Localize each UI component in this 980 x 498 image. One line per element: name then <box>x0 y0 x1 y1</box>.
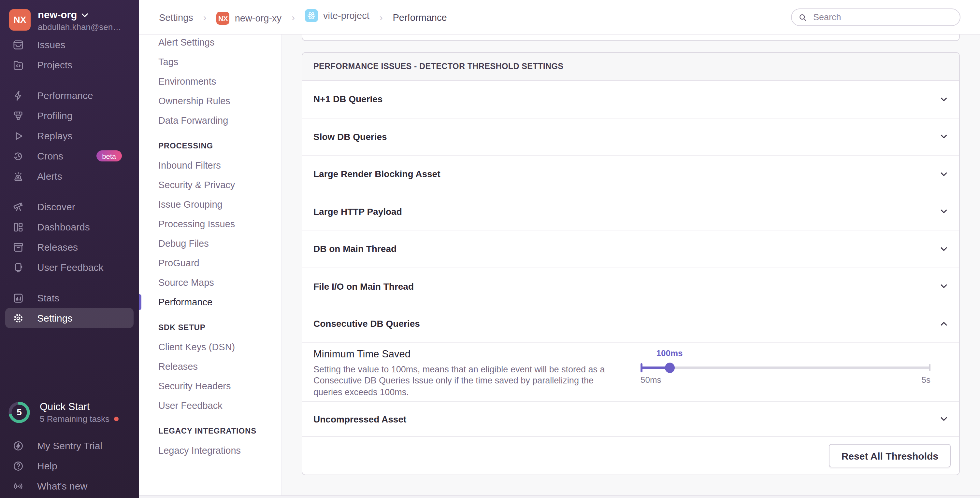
sidebar-footer-nav: My Sentry Trial Help What's new <box>0 436 139 496</box>
threshold-slider: 100ms 50ms 5s <box>641 343 931 401</box>
chevron-down-icon <box>938 206 950 217</box>
accordion-row-consecutive-db-queries[interactable]: Consecutive DB Queries <box>302 305 959 343</box>
sidebar-item-dashboards[interactable]: Dashboards <box>0 217 139 237</box>
accordion-row-large-render-blocking-asset[interactable]: Large Render Blocking Asset <box>302 155 959 193</box>
settings-nav-header-sdk-setup: SDK SETUP <box>139 320 282 335</box>
user-feedback-icon <box>13 262 24 273</box>
org-badge: NX <box>216 12 230 25</box>
settings-nav-security-headers[interactable]: Security Headers <box>139 376 282 396</box>
chevron-down-icon <box>938 131 950 142</box>
settings-nav-environments[interactable]: Environments <box>139 71 282 91</box>
settings-nav-source-maps[interactable]: Source Maps <box>139 273 282 292</box>
search-bar[interactable] <box>791 8 961 26</box>
settings-nav-data-forwarding[interactable]: Data Forwarding <box>139 111 282 130</box>
settings-nav-debug-files[interactable]: Debug Files <box>139 234 282 253</box>
sidebar-item-label: Help <box>37 460 57 471</box>
stats-icon <box>13 292 24 304</box>
sidebar-item-crons[interactable]: Cronsbeta <box>0 146 139 166</box>
chevron-down-icon <box>938 169 950 180</box>
settings-nav-performance[interactable]: Performance <box>139 292 282 312</box>
chevron-down-icon <box>938 413 950 424</box>
slider-track[interactable] <box>641 362 931 373</box>
projects-icon <box>13 59 24 71</box>
sidebar-item-my-sentry-trial[interactable]: My Sentry Trial <box>0 436 139 456</box>
reset-all-thresholds-button[interactable]: Reset All Thresholds <box>829 444 951 468</box>
chevron-up-icon <box>938 318 950 329</box>
settings-nav-user-feedback[interactable]: User Feedback <box>139 396 282 416</box>
sidebar-item-user-feedback[interactable]: User Feedback <box>0 257 139 277</box>
broadcast-icon <box>13 480 24 492</box>
sidebar-item-label: Alerts <box>37 171 62 182</box>
sidebar-footer: 5 Quick Start 5 Remaining tasks My Sentr… <box>0 397 139 496</box>
settings-nav-header-processing: PROCESSING <box>139 139 282 153</box>
settings-nav-legacy-integrations[interactable]: Legacy Integrations <box>139 441 282 460</box>
threshold-setting-section: Minimum Time Saved Setting the value to … <box>302 343 959 402</box>
settings-nav-issue-grouping[interactable]: Issue Grouping <box>139 195 282 214</box>
slider-min-label: 50ms <box>641 374 661 384</box>
settings-nav-inbound-filters[interactable]: Inbound Filters <box>139 155 282 175</box>
settings-nav-releases[interactable]: Releases <box>139 357 282 376</box>
content-area: Alert Settings Tags Environments Ownersh… <box>139 35 980 498</box>
accordion-row-label: Slow DB Queries <box>313 132 387 142</box>
org-email: abdullah.khan@sen… <box>38 22 121 32</box>
gear-icon <box>13 312 24 324</box>
panel-header: PERFORMANCE ISSUES - DETECTOR THRESHOLD … <box>302 53 959 81</box>
slider-thumb[interactable] <box>665 362 675 373</box>
sidebar-item-label: My Sentry Trial <box>37 440 102 451</box>
chevron-down-icon <box>938 243 950 255</box>
org-avatar: NX <box>9 9 30 30</box>
primary-nav: Issues Projects Performance Profiling Re… <box>0 35 139 328</box>
slider-min-cap <box>641 363 643 372</box>
sidebar-item-releases[interactable]: Releases <box>0 237 139 257</box>
sidebar-item-label: Stats <box>37 292 59 303</box>
chevron-down-icon <box>938 94 950 105</box>
quick-start-panel[interactable]: 5 Quick Start 5 Remaining tasks <box>0 397 139 427</box>
sidebar-item-help[interactable]: Help <box>0 456 139 476</box>
breadcrumb-org[interactable]: new-org-xy <box>235 13 282 24</box>
sidebar-item-stats[interactable]: Stats <box>0 288 139 308</box>
accordion-row-slow-db-queries[interactable]: Slow DB Queries <box>302 118 959 155</box>
sidebar-item-label: Profiling <box>37 110 72 121</box>
accordion-row-label: File I/O on Main Thread <box>313 281 414 292</box>
settings-nav-processing-issues[interactable]: Processing Issues <box>139 214 282 234</box>
settings-nav-proguard[interactable]: ProGuard <box>139 253 282 273</box>
sidebar-item-label: Dashboards <box>37 221 90 232</box>
detector-threshold-panel: PERFORMANCE ISSUES - DETECTOR THRESHOLD … <box>302 52 960 475</box>
settings-nav: Alert Settings Tags Environments Ownersh… <box>139 35 282 498</box>
slider-max-cap <box>929 364 931 371</box>
settings-nav-header-legacy-integrations: LEGACY INTEGRATIONS <box>139 424 282 438</box>
sidebar-item-alerts[interactable]: Alerts <box>0 166 139 186</box>
sidebar-item-label: Performance <box>37 90 93 101</box>
slider-current-value: 100ms <box>657 348 683 358</box>
breadcrumb-settings[interactable]: Settings <box>159 13 193 23</box>
accordion-row-label: Large Render Blocking Asset <box>313 169 441 179</box>
sidebar-item-issues[interactable]: Issues <box>0 35 139 55</box>
settings-nav-security-privacy[interactable]: Security & Privacy <box>139 175 282 195</box>
sidebar-item-performance[interactable]: Performance <box>0 85 139 105</box>
accordion-row-large-http-payload[interactable]: Large HTTP Payload <box>302 193 959 230</box>
accordion-row-file-io-on-main-thread[interactable]: File I/O on Main Thread <box>302 268 959 305</box>
accordion-row-uncompressed-asset[interactable]: Uncompressed Asset <box>302 402 959 437</box>
sidebar-item-profiling[interactable]: Profiling <box>0 105 139 125</box>
breadcrumb-separator-icon: › <box>203 12 207 23</box>
sidebar-item-settings[interactable]: Settings <box>5 308 134 328</box>
sidebar-item-whats-new[interactable]: What's new <box>0 476 139 496</box>
settings-nav-client-keys[interactable]: Client Keys (DSN) <box>139 337 282 357</box>
sidebar-item-label: Projects <box>37 59 72 70</box>
settings-nav-alert-settings[interactable]: Alert Settings <box>139 33 282 52</box>
accordion-row-n-plus-one-db-queries[interactable]: N+1 DB Queries <box>302 81 959 118</box>
nav-group-divider <box>0 75 139 85</box>
releases-icon <box>13 241 24 253</box>
accordion-row-db-on-main-thread[interactable]: DB on Main Thread <box>302 230 959 268</box>
sidebar-item-projects[interactable]: Projects <box>0 55 139 75</box>
settings-nav-tags[interactable]: Tags <box>139 52 282 71</box>
sidebar-item-replays[interactable]: Replays <box>0 125 139 146</box>
org-switcher[interactable]: NX new-org abdullah.khan@sen… <box>0 0 139 32</box>
settings-nav-ownership-rules[interactable]: Ownership Rules <box>139 91 282 111</box>
beta-badge: beta <box>96 151 122 162</box>
sidebar-item-discover[interactable]: Discover <box>0 197 139 217</box>
slider-max-label: 5s <box>922 374 931 384</box>
nav-group-divider <box>0 277 139 288</box>
search-input[interactable] <box>812 12 953 23</box>
breadcrumb-project[interactable]: vite-project <box>323 10 369 21</box>
